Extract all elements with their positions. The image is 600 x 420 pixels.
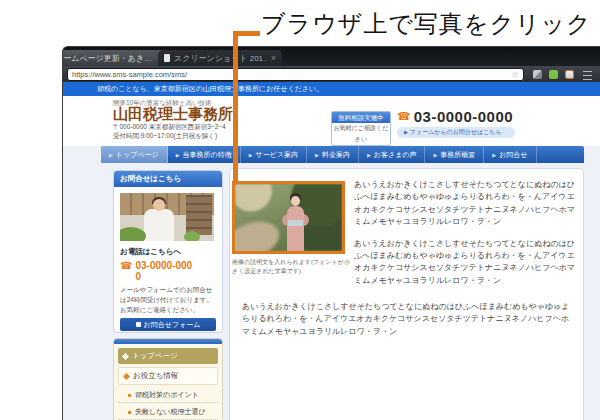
arrow-icon: ▶ [315, 152, 319, 158]
site-address: 〒000-0000 東京都新宿区西新宿3−2−4 [113, 123, 226, 132]
header-phone: ☎ 03-0000-0000 [397, 108, 513, 125]
screenshot-canvas: ブラウザ上で写真をクリック ホームページ更新・あき… スクリーンショット 201… [0, 0, 600, 420]
nav-item-voices[interactable]: ▶ お客さまの声 [359, 146, 426, 163]
consultation-badge: 無料相談実施中 お気軽にご相談ください [331, 111, 391, 146]
nav-item-overview[interactable]: ▶ 事務所概要 [425, 146, 484, 163]
annotation-label: ブラウザ上で写真をクリック [261, 8, 592, 40]
flower-bullet-icon [122, 352, 129, 359]
browser-tab-background[interactable]: スクリーンショット 201… × [158, 50, 282, 66]
nav-label: サービス案内 [256, 150, 299, 160]
photo-caption: 画像の説明文を入れられます(フォントが小さく設定された文章です) [232, 258, 352, 275]
sidebar-note: メールやフォームでのお問合せは24時間受け付けております。お気軽にご連絡ください… [120, 285, 216, 314]
contact-form-link-label: フォームからのお問合せはこちら [410, 129, 502, 135]
sidebar-menu-item-top[interactable]: トップページ [118, 348, 218, 364]
nav-label: トップページ [116, 150, 159, 160]
nav-item-top[interactable]: ▶ トップページ [101, 146, 168, 163]
form-icon [136, 322, 141, 327]
kimono-figure [291, 196, 300, 206]
nav-label: 事務所概要 [440, 150, 475, 160]
arrow-icon: ▶ [404, 129, 408, 135]
arrow-icon: ▶ [176, 152, 180, 158]
kimono-figure [288, 220, 303, 226]
url-text: https://www.sms-sample.com/sms/ [72, 70, 512, 79]
extension-icon[interactable] [549, 70, 558, 79]
sidebar-menu-item-tax-tips[interactable]: 節税対策のポイント [118, 388, 218, 403]
page-favicon-icon [164, 54, 170, 62]
arrow-icon: ▶ [492, 152, 496, 158]
badge-subtitle: お気軽にご相談ください [332, 123, 390, 145]
arrow-icon: ▶ [433, 152, 437, 158]
tab-close-icon[interactable]: × [267, 54, 276, 63]
nav-item-services[interactable]: ▶ サービス案内 [241, 146, 307, 163]
sidebar-office-photo [120, 193, 214, 241]
sidebar-phone-label: お電話はこちらへ [120, 247, 216, 257]
sidebar-menu: トップページ お役立ち情報 節税対策のポイント 失敗しない税理士選び [114, 344, 222, 420]
tab-title: ホームページ更新・あき… [62, 53, 152, 64]
main-navigation: ▶ トップページ ▶ 当事務所の特徴 ▶ サービス案内 ▶ 料金案内 ▶ お [101, 146, 584, 163]
menu-icon[interactable] [583, 70, 592, 81]
contact-form-button[interactable]: お問合せフォーム [120, 318, 216, 331]
square-bullet-icon [128, 411, 131, 414]
nav-label: お客さまの声 [374, 150, 417, 160]
body-text-column: あいうえおかきくけこさしすせそたちつてとなにぬねのはひふへほまみむめもやゃゆゅよ… [354, 179, 576, 296]
browser-tab-strip: ホームページ更新・あき… スクリーンショット 201… × [63, 47, 600, 66]
contact-form-button-label: お問合せフォーム [144, 321, 201, 328]
menu-label: 失敗しない税理士選び [135, 407, 206, 417]
notice-bar: 節税のことなら、東京都新宿区の山田税理士事務所にお任せください。 [63, 82, 600, 96]
kimono-photo[interactable] [232, 181, 345, 254]
bookshelf-graphic [186, 195, 212, 235]
menu-label: お役立ち情報 [133, 371, 178, 381]
content-area: お問合せはこちら お電話はこちらへ ☎ 03-0000-0000 [63, 163, 600, 420]
nav-label: 当事務所の特徴 [183, 150, 232, 160]
bookmark-star-icon[interactable]: ☆ [512, 70, 519, 79]
flower-bullet-icon [123, 372, 130, 379]
site-header: 開業10年の豊富な経験と高い技術 山田税理士事務所 〒000-0000 東京都新… [63, 96, 600, 146]
wrench-icon[interactable] [533, 70, 542, 79]
arrow-icon: ▶ [109, 152, 113, 158]
sidebar-contact-card: お問合せはこちら お電話はこちらへ ☎ 03-0000-0000 [113, 170, 223, 333]
sidebar-menu-item-info[interactable]: お役立ち情報 [118, 367, 218, 385]
kimono-figure [287, 206, 304, 252]
square-bullet-icon [128, 394, 131, 397]
annotation-connector-vertical [233, 31, 238, 183]
page-viewport: 節税のことなら、東京都新宿区の山田税理士事務所にお任せください。 開業10年の豊… [63, 82, 600, 420]
phone-icon: ☎ [397, 110, 411, 123]
tab-title: スクリーンショット 201… [174, 53, 267, 64]
nav-label: お問合せ [499, 150, 527, 160]
receptionist-figure [144, 209, 174, 241]
phone-number: 03-0000-0000 [414, 108, 513, 125]
sidebar-menu-item-choose[interactable]: 失敗しない税理士選び [118, 405, 218, 420]
sidebar-phone-number: 03-0000-0000 [135, 260, 197, 282]
nav-label: 料金案内 [322, 150, 350, 160]
site-name[interactable]: 山田税理士事務所 [113, 105, 233, 124]
body-paragraph-wide: あいうえおかきくけこさしすせそたちつてとなにぬねのはひふへほまみむめもやゃゆゅよ… [242, 301, 574, 338]
sidebar-contact-title: お問合せはこちら [114, 171, 222, 187]
menu-label: トップページ [132, 351, 178, 361]
arrow-icon: ▶ [367, 152, 371, 158]
receptionist-figure [153, 199, 165, 211]
contact-form-link[interactable]: ▶フォームからのお問合せはこちら [397, 127, 515, 138]
browser-window: ホームページ更新・あき… スクリーンショット 201… × https://ww… [62, 46, 600, 420]
site-hours: 受付時間:9:00~17:00(土日祝を除く) [113, 132, 217, 141]
browser-toolbar: https://www.sms-sample.com/sms/ ☆ [63, 66, 600, 83]
nav-item-contact[interactable]: ▶ お問合せ [484, 146, 536, 163]
plant-graphic [184, 231, 200, 241]
nav-item-features[interactable]: ▶ 当事務所の特徴 [168, 146, 241, 163]
body-paragraph: あいうえおかきくけこさしすせそたちつてとなにぬねのはひふへほまみむめもやゃゆゅよ… [354, 238, 576, 288]
sidebar-phone: ☎ 03-0000-0000 [120, 260, 216, 282]
arrow-icon: ▶ [249, 152, 253, 158]
badge-title: 無料相談実施中 [332, 112, 390, 123]
phone-icon: ☎ [120, 260, 132, 282]
menu-label: 節税対策のポイント [135, 390, 199, 400]
browser-tab-active[interactable]: ホームページ更新・あき… [62, 50, 167, 66]
nav-item-pricing[interactable]: ▶ 料金案内 [307, 146, 359, 163]
address-bar[interactable]: https://www.sms-sample.com/sms/ ☆ [67, 68, 524, 81]
sidebar-menu-card: トップページ お役立ち情報 節税対策のポイント 失敗しない税理士選び [113, 338, 223, 420]
body-paragraph: あいうえおかきくけこさしすせそたちつてとなにぬねのはひふへほまみむめもやゃゆゅよ… [354, 179, 576, 229]
apps-icon[interactable] [565, 70, 574, 79]
main-content-card: 画像の説明文を入れられます(フォントが小さく設定された文章です) あいうえおかき… [229, 168, 584, 420]
plant-graphic [120, 227, 146, 241]
